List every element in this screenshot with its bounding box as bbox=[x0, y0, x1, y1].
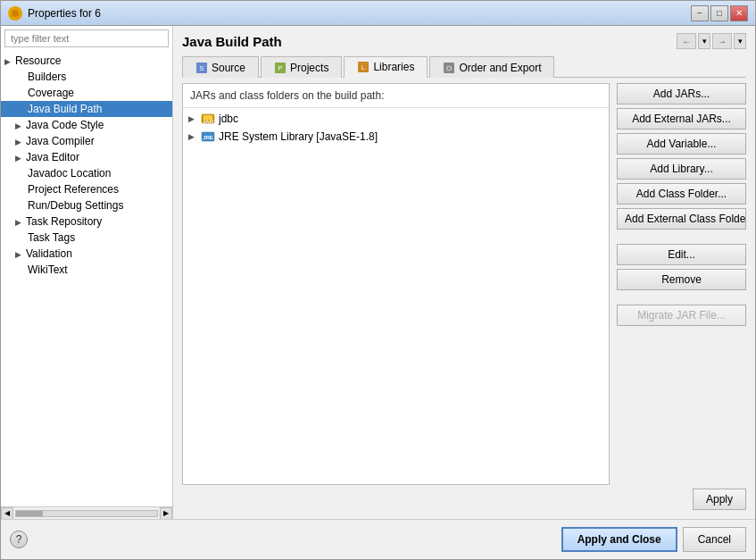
sidebar-item-label-javadoc-location: Javadoc Location bbox=[28, 167, 111, 180]
filter-input[interactable] bbox=[4, 29, 169, 47]
panel-title: Java Build Path bbox=[182, 34, 282, 49]
sidebar-item-builders[interactable]: Builders bbox=[1, 69, 172, 85]
edit-button[interactable]: Edit... bbox=[617, 244, 746, 265]
expand-arrow-resource: ▶ bbox=[4, 57, 15, 66]
sidebar-item-java-build-path[interactable]: Java Build Path bbox=[1, 101, 172, 117]
expand-arrow-java-compiler: ▶ bbox=[15, 138, 26, 146]
window-controls: − □ ✕ bbox=[691, 5, 748, 21]
btn-spacer-before-edit bbox=[617, 233, 746, 240]
cancel-button[interactable]: Cancel bbox=[683, 527, 746, 552]
remove-button[interactable]: Remove bbox=[617, 269, 746, 290]
nav-forward-button[interactable]: → bbox=[712, 33, 732, 49]
migrate-jar-file-button: Migrate JAR File... bbox=[617, 305, 746, 326]
add-library-button[interactable]: Add Library... bbox=[617, 158, 746, 180]
sidebar-item-task-tags[interactable]: Task Tags bbox=[1, 230, 172, 246]
sidebar-item-label-task-tags: Task Tags bbox=[28, 231, 75, 244]
tab-libraries[interactable]: LLibraries bbox=[344, 56, 428, 78]
sidebar-item-label-builders: Builders bbox=[28, 71, 66, 83]
buttons-column: Add JARs...Add External JARs...Add Varia… bbox=[617, 83, 746, 485]
close-button[interactable]: ✕ bbox=[730, 5, 748, 21]
minimize-button[interactable]: − bbox=[691, 5, 709, 21]
sidebar-item-label-java-build-path: Java Build Path bbox=[28, 103, 102, 115]
tab-order-and-export[interactable]: OOrder and Export bbox=[429, 56, 554, 78]
sidebar-item-java-code-style[interactable]: ▶ Java Code Style bbox=[1, 117, 172, 133]
sidebar-item-resource[interactable]: ▶ Resource bbox=[1, 53, 172, 69]
tab-label-source: Source bbox=[212, 62, 245, 74]
sidebar-scrollbar: ◀ ▶ bbox=[1, 506, 172, 519]
list-item-jre-system-library[interactable]: ▶JREJRE System Library [JavaSE-1.8] bbox=[185, 128, 607, 146]
scroll-left-arrow[interactable]: ◀ bbox=[1, 507, 13, 520]
tab-label-libraries: Libraries bbox=[373, 61, 414, 73]
add-external-class-folder-button[interactable]: Add External Class Folder... bbox=[617, 208, 746, 230]
sidebar-item-label-resource: Resource bbox=[15, 54, 61, 67]
sidebar-item-label-java-editor: Java Editor bbox=[26, 151, 79, 163]
sidebar-item-wikitext[interactable]: WikiText bbox=[1, 262, 172, 278]
main-header: Java Build Path ← ▾ → ▾ bbox=[182, 33, 746, 49]
sidebar-item-label-java-code-style: Java Code Style bbox=[26, 119, 104, 131]
libraries-tab-icon: L bbox=[357, 61, 370, 73]
list-section: JARs and class folders on the build path… bbox=[182, 83, 610, 485]
apply-close-button[interactable]: Apply and Close bbox=[561, 527, 677, 552]
panel-area: JARs and class folders on the build path… bbox=[182, 83, 746, 485]
expand-arrow-task-repository: ▶ bbox=[15, 218, 26, 227]
tab-projects[interactable]: PProjects bbox=[261, 56, 342, 78]
sidebar-item-java-editor[interactable]: ▶ Java Editor bbox=[1, 149, 172, 165]
add-variable-button[interactable]: Add Variable... bbox=[617, 133, 746, 155]
list-item-label-jre-system-library: JRE System Library [JavaSE-1.8] bbox=[219, 130, 378, 143]
list-item-arrow-jre-system-library: ▶ bbox=[188, 132, 201, 141]
sidebar-item-label-java-compiler: Java Compiler bbox=[26, 135, 95, 147]
window-title: Properties for 6 bbox=[28, 7, 691, 20]
main-window: Properties for 6 − □ ✕ ▶ ResourceBuilder… bbox=[0, 0, 756, 560]
apply-row: Apply bbox=[182, 485, 746, 512]
nav-back-dropdown[interactable]: ▾ bbox=[698, 33, 710, 49]
apply-button[interactable]: Apply bbox=[693, 489, 746, 510]
help-button[interactable]: ? bbox=[10, 531, 28, 548]
list-item-jdbc[interactable]: ▶JARjdbc bbox=[185, 110, 607, 128]
tab-label-projects: Projects bbox=[290, 62, 328, 74]
nav-arrows: ← ▾ → ▾ bbox=[677, 33, 746, 49]
tab-label-order-and-export: Order and Export bbox=[459, 62, 541, 74]
sidebar-item-label-coverage: Coverage bbox=[28, 87, 74, 99]
content-area: ▶ ResourceBuildersCoverageJava Build Pat… bbox=[1, 26, 755, 519]
btn-spacer-before-migrate-jar-file bbox=[617, 294, 746, 301]
source-tab-icon: S bbox=[195, 62, 208, 74]
sidebar-item-validation[interactable]: ▶ Validation bbox=[1, 246, 172, 262]
sidebar-item-run-debug-settings[interactable]: Run/Debug Settings bbox=[1, 197, 172, 213]
sidebar-item-label-wikitext: WikiText bbox=[28, 263, 68, 276]
maximize-button[interactable]: □ bbox=[710, 5, 728, 21]
sidebar-item-label-task-repository: Task Repository bbox=[26, 215, 102, 228]
scroll-right-arrow[interactable]: ▶ bbox=[160, 507, 172, 520]
svg-text:S: S bbox=[199, 64, 204, 72]
svg-text:P: P bbox=[278, 64, 282, 72]
list-item-arrow-jdbc: ▶ bbox=[188, 114, 201, 123]
sidebar: ▶ ResourceBuildersCoverageJava Build Pat… bbox=[1, 26, 173, 519]
sidebar-item-label-run-debug-settings: Run/Debug Settings bbox=[28, 199, 123, 212]
nav-forward-dropdown[interactable]: ▾ bbox=[734, 33, 746, 49]
titlebar: Properties for 6 − □ ✕ bbox=[1, 1, 755, 26]
add-external-jars-button[interactable]: Add External JARs... bbox=[617, 108, 746, 130]
sidebar-item-label-validation: Validation bbox=[26, 247, 72, 260]
sidebar-item-java-compiler[interactable]: ▶ Java Compiler bbox=[1, 133, 172, 149]
footer-left: ? bbox=[10, 531, 28, 548]
footer-right: Apply and Close Cancel bbox=[561, 527, 746, 552]
list-description: JARs and class folders on the build path… bbox=[183, 84, 609, 108]
svg-text:O: O bbox=[446, 64, 452, 72]
svg-text:JRE: JRE bbox=[203, 135, 213, 140]
add-class-folder-button[interactable]: Add Class Folder... bbox=[617, 183, 746, 205]
footer: ? Apply and Close Cancel bbox=[1, 519, 755, 559]
list-body: ▶JARjdbc▶JREJRE System Library [JavaSE-1… bbox=[183, 108, 609, 484]
sidebar-item-javadoc-location[interactable]: Javadoc Location bbox=[1, 165, 172, 181]
svg-text:JAR: JAR bbox=[203, 119, 214, 124]
tab-source[interactable]: SSource bbox=[182, 56, 259, 78]
sidebar-item-project-references[interactable]: Project References bbox=[1, 181, 172, 197]
expand-arrow-java-editor: ▶ bbox=[15, 154, 26, 163]
add-jars-button[interactable]: Add JARs... bbox=[617, 83, 746, 104]
nav-back-button[interactable]: ← bbox=[677, 33, 696, 49]
sidebar-item-task-repository[interactable]: ▶ Task Repository bbox=[1, 213, 172, 230]
svg-text:L: L bbox=[361, 63, 366, 71]
expand-arrow-java-code-style: ▶ bbox=[15, 121, 26, 130]
main-panel: Java Build Path ← ▾ → ▾ SSourcePProjects… bbox=[173, 26, 755, 519]
window-icon bbox=[8, 6, 22, 21]
sidebar-item-label-project-references: Project References bbox=[28, 183, 119, 196]
sidebar-item-coverage[interactable]: Coverage bbox=[1, 85, 172, 101]
